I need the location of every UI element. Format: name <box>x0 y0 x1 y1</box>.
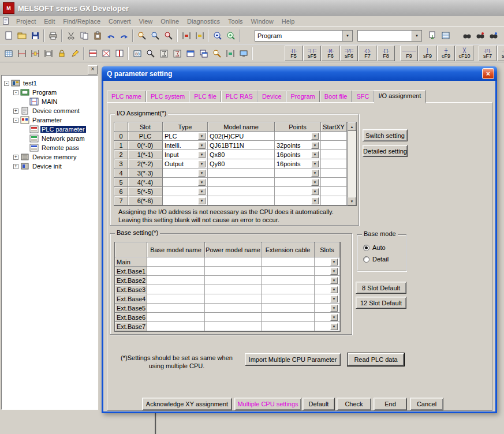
fkey-falling-pulse[interactable]: -|↓|-sF8 <box>497 46 504 61</box>
tree-item-device-memory[interactable]: + Device memory <box>2 152 98 162</box>
menu-online[interactable]: Online <box>156 18 183 25</box>
tree-item-test1[interactable]: - test1 <box>2 78 98 88</box>
sfc-mode-icon[interactable] <box>193 29 206 42</box>
save-project-icon[interactable] <box>28 29 42 42</box>
fkey-delete-horizontal-line[interactable]: ┼cF9 <box>437 46 455 61</box>
menu-find-replace[interactable]: Find/Replace <box>59 18 104 25</box>
expander-icon[interactable]: - <box>13 90 18 95</box>
ladder-monitor-icon[interactable] <box>223 47 237 60</box>
menu-convert[interactable]: Convert <box>104 18 135 25</box>
program-folder-icon <box>20 88 29 96</box>
open-project-icon[interactable] <box>15 29 28 42</box>
undo-icon[interactable] <box>104 29 117 42</box>
download-icon[interactable] <box>425 29 439 42</box>
fkey-application-instruction[interactable]: -[ ]-F8 <box>377 46 395 61</box>
expander-icon[interactable]: + <box>13 155 18 160</box>
expander-icon[interactable]: + <box>13 164 18 169</box>
device-test-icon[interactable] <box>211 29 224 42</box>
fkey-vertical-line[interactable]: │sF9 <box>419 46 436 61</box>
tab-device[interactable]: Device <box>257 91 286 102</box>
insert-column-icon[interactable] <box>113 47 126 60</box>
tree-item-remote-pass[interactable]: Remote pass <box>2 143 98 152</box>
toolbar-ladder: 88 -| |-F5 =| |=sF5 -|/|-F6 =|/|=sF6 -( … <box>0 44 504 62</box>
device-display-icon[interactable]: 88 <box>130 47 144 60</box>
chevron-down-icon[interactable]: ▼ <box>412 31 421 41</box>
find-step-icon[interactable] <box>473 29 487 42</box>
dialog-titlebar[interactable]: Q parameter setting × <box>102 66 497 81</box>
tab-sfc[interactable]: SFC <box>352 91 374 102</box>
tab-plc-name[interactable]: PLC name <box>107 91 146 102</box>
fkey-closed-contact[interactable]: -|/|-F6 <box>322 46 339 61</box>
chevron-down-icon[interactable]: ▼ <box>342 31 352 41</box>
ladder-comment-icon[interactable] <box>42 47 55 60</box>
window-title: MELSOFT series GX Developer <box>18 4 129 13</box>
menu-project[interactable]: Project <box>12 18 40 25</box>
project-panel-titlebar[interactable]: × <box>1 65 98 74</box>
fkey-horizontal-line[interactable]: ———F9 <box>400 46 418 61</box>
lock-icon[interactable] <box>55 47 68 60</box>
insert-row-icon[interactable] <box>86 47 99 60</box>
find-replace-icon[interactable] <box>162 29 175 42</box>
toolbar-separator <box>61 29 62 42</box>
tree-item-main[interactable]: MAIN <box>2 97 98 106</box>
delete-row-icon[interactable] <box>99 47 113 60</box>
tree-item-plc-parameter[interactable]: PLC parameter <box>2 125 98 134</box>
new-project-icon[interactable] <box>2 29 15 42</box>
redo-icon[interactable] <box>117 29 130 42</box>
ladder-read-icon[interactable] <box>15 47 28 60</box>
close-icon[interactable]: × <box>482 68 494 79</box>
fkey-coil[interactable]: -( )-F7 <box>359 46 376 61</box>
copy-icon[interactable] <box>77 29 91 42</box>
fkey-delete-vertical-line[interactable]: ╳cF10 <box>456 46 473 61</box>
expander-icon[interactable]: - <box>4 81 9 86</box>
tile-windows-icon[interactable] <box>184 47 197 60</box>
step-stop-icon[interactable] <box>170 47 184 60</box>
parameter-grid-icon[interactable] <box>2 47 15 60</box>
tab-plc-file[interactable]: PLC file <box>189 91 221 102</box>
menu-edit[interactable]: Edit <box>40 18 59 25</box>
ladder-mode-icon[interactable] <box>180 29 193 42</box>
find-contact-coil-icon[interactable] <box>460 29 473 42</box>
edit-mode-icon[interactable] <box>68 47 81 60</box>
project-data-list-icon[interactable] <box>439 29 452 42</box>
fkey-parallel-open-contact[interactable]: =| |=sF5 <box>303 46 321 61</box>
menu-help[interactable]: Help <box>278 18 299 25</box>
fkey-rising-pulse[interactable]: -|↑|-sF7 <box>479 46 496 61</box>
tab-program[interactable]: Program <box>286 91 320 102</box>
zoom-icon[interactable] <box>144 47 157 60</box>
menu-tools[interactable]: Tools <box>224 18 247 25</box>
menu-window[interactable]: Window <box>247 18 278 25</box>
device-monitor-icon[interactable] <box>237 47 250 60</box>
tree-item-device-init[interactable]: + Device init <box>2 162 98 171</box>
close-project-panel-icon[interactable]: × <box>88 65 98 74</box>
toolbar-separator <box>132 29 133 42</box>
print-icon[interactable] <box>46 29 59 42</box>
window-titlebar[interactable]: M MELSOFT series GX Developer <box>0 0 504 16</box>
tree-item-network-param[interactable]: Network param <box>2 134 98 143</box>
menu-diagnostics[interactable]: Diagnostics <box>183 18 224 25</box>
cross-reference-icon[interactable] <box>487 29 500 42</box>
expander-icon[interactable]: + <box>13 108 18 114</box>
cut-icon[interactable] <box>64 29 77 42</box>
tab-io-assignment[interactable]: I/O assignment <box>374 90 425 103</box>
tab-boot-file[interactable]: Boot file <box>320 91 352 102</box>
fkey-open-contact[interactable]: -| |-F5 <box>285 46 303 61</box>
find-instruction-icon[interactable] <box>148 29 162 42</box>
tab-plc-system[interactable]: PLC system <box>146 91 189 102</box>
paste-icon[interactable] <box>91 29 104 42</box>
step-run-icon[interactable] <box>157 47 170 60</box>
menu-view[interactable]: View <box>135 18 157 25</box>
program-name-select[interactable]: ▼ <box>357 30 422 42</box>
expander-icon[interactable]: - <box>13 118 18 123</box>
tree-item-program[interactable]: - Program <box>2 88 98 97</box>
cascade-windows-icon[interactable] <box>197 47 210 60</box>
ladder-write-icon[interactable] <box>28 47 42 60</box>
find-device-icon[interactable] <box>135 29 148 42</box>
program-type-select[interactable]: Program ▼ <box>255 30 353 42</box>
fkey-parallel-closed-contact[interactable]: =|/|=sF6 <box>340 46 358 61</box>
zoom-monitor-icon[interactable] <box>210 47 223 60</box>
monitor-mode-icon[interactable] <box>224 29 237 42</box>
tree-item-device-comment[interactable]: + Device comment <box>2 106 98 115</box>
tree-item-parameter[interactable]: - Parameter <box>2 115 98 125</box>
tab-plc-ras[interactable]: PLC RAS <box>221 91 257 102</box>
